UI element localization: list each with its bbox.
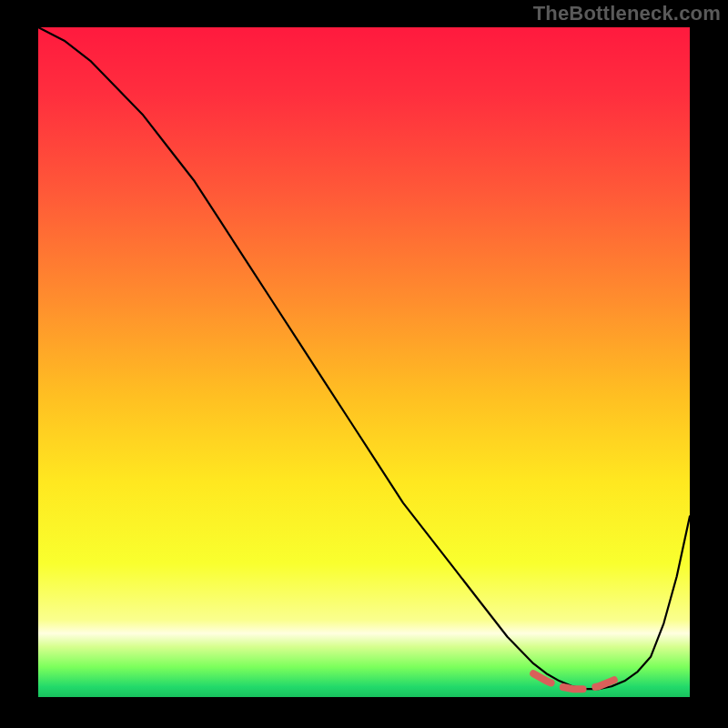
plot-area xyxy=(38,27,690,697)
gradient-background xyxy=(38,27,690,697)
watermark-text: TheBottleneck.com xyxy=(533,2,721,25)
chart-frame: TheBottleneck.com xyxy=(0,0,728,728)
plot-svg xyxy=(38,27,690,697)
